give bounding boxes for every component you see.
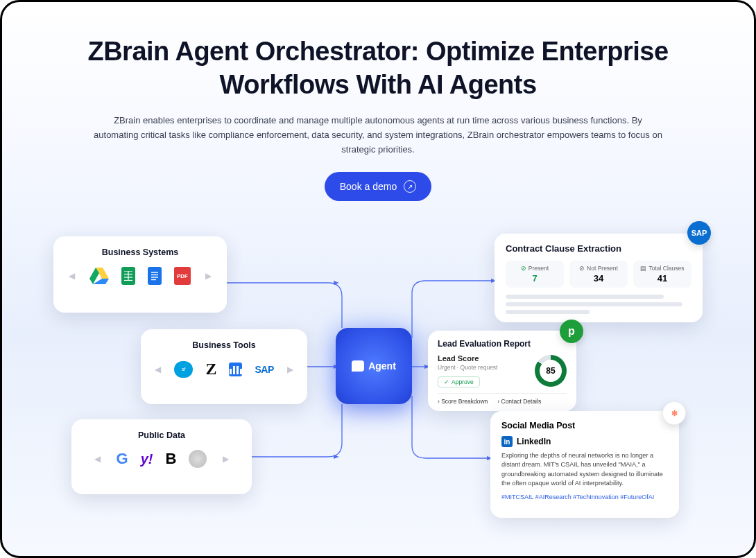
- skeleton-line: [506, 302, 682, 306]
- skeleton-line: [506, 295, 664, 299]
- chevron-left-icon[interactable]: ◀: [66, 270, 77, 282]
- document-icon: ▤: [640, 265, 646, 272]
- lead-score-meta: Urgent · Quote request: [438, 364, 497, 371]
- score-donut: 85: [535, 355, 567, 387]
- approve-button[interactable]: ✓ Approve: [438, 376, 480, 387]
- smp-title: Social Media Post: [501, 421, 668, 430]
- book-demo-button[interactable]: Book a demo ↗: [325, 172, 432, 201]
- public-data-title: Public Data: [84, 430, 239, 440]
- pdf-icon: PDF: [174, 267, 191, 285]
- chat-bubble-icon: [352, 360, 364, 372]
- zendesk-icon: Z: [205, 360, 216, 378]
- google-icon: G: [117, 450, 128, 468]
- stat-not-present: ⊘Not Present 34: [569, 261, 628, 288]
- svg-marker-2: [334, 455, 339, 459]
- google-docs-icon: [148, 267, 162, 285]
- ler-title: Lead Evaluation Report: [438, 339, 567, 349]
- contact-details-link[interactable]: Contact Details: [497, 398, 541, 405]
- score-breakdown-link[interactable]: Score Breakdown: [438, 398, 488, 405]
- cce-title: Contract Clause Extraction: [506, 243, 691, 254]
- post-body: Exploring the depths of neural networks …: [501, 451, 668, 488]
- contract-clause-extraction-card: SAP Contract Clause Extraction ⊘Present …: [495, 234, 703, 322]
- page-title: ZBrain Agent Orchestrator: Optimize Ente…: [58, 35, 698, 101]
- chevron-left-icon[interactable]: ◀: [153, 363, 162, 376]
- hubspot-badge-icon: ✼: [662, 401, 686, 425]
- business-tools-card: Business Tools ◀ sf Z SAP ▶: [141, 329, 307, 404]
- post-hashtags: #MITCSAIL #AIResearch #TechInnovation #F…: [501, 494, 668, 500]
- chevron-right-icon[interactable]: ▶: [203, 270, 214, 282]
- linkedin-icon: in: [501, 436, 513, 447]
- social-media-post-card: ✼ Social Media Post in LinkedIn Explorin…: [490, 411, 679, 518]
- business-systems-card: Business Systems ◀ PDF ▶: [53, 236, 227, 313]
- pipedrive-badge-icon: p: [560, 320, 583, 343]
- svg-marker-0: [334, 281, 339, 285]
- page-subtitle: ZBrain enables enterprises to coordinate…: [94, 114, 662, 157]
- google-sheets-icon: [121, 267, 135, 285]
- chevron-right-icon[interactable]: ▶: [219, 453, 232, 465]
- skeleton-line: [506, 310, 590, 314]
- agent-node: Agent: [336, 328, 412, 404]
- chevron-left-icon[interactable]: ◀: [92, 453, 104, 465]
- sap-badge-icon: SAP: [687, 221, 711, 245]
- public-data-card: Public Data ◀ G y! B ▶: [71, 419, 252, 494]
- google-drive-icon: [89, 268, 109, 284]
- agent-label: Agent: [368, 360, 396, 372]
- yahoo-icon: y!: [141, 451, 153, 467]
- wikipedia-icon: [189, 450, 207, 468]
- lead-evaluation-report-card: p Lead Evaluation Report Lead Score Urge…: [428, 331, 576, 411]
- cta-label: Book a demo: [340, 181, 397, 192]
- check-icon: ⊘: [521, 265, 526, 272]
- x-icon: ⊘: [579, 265, 585, 272]
- intercom-icon: [229, 363, 242, 376]
- salesforce-icon: sf: [174, 361, 193, 378]
- stat-total: ▤Total Clauses 41: [633, 261, 691, 288]
- lead-score-label: Lead Score: [438, 354, 497, 363]
- score-value: 85: [540, 360, 562, 382]
- arrow-up-right-icon: ↗: [404, 180, 416, 193]
- stat-present: ⊘Present 7: [506, 261, 564, 288]
- business-tools-title: Business Tools: [153, 340, 295, 350]
- bing-icon: B: [166, 450, 177, 468]
- sap-icon: SAP: [255, 364, 273, 375]
- platform-name: LinkedIn: [517, 437, 551, 446]
- business-systems-title: Business Systems: [66, 247, 214, 257]
- chevron-right-icon[interactable]: ▶: [286, 363, 295, 376]
